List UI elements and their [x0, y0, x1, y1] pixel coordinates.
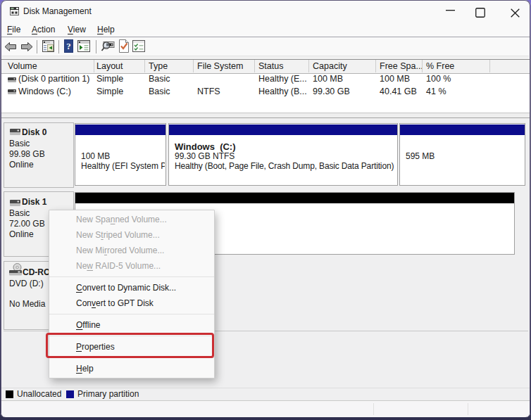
svg-text:?: ?: [66, 41, 71, 51]
